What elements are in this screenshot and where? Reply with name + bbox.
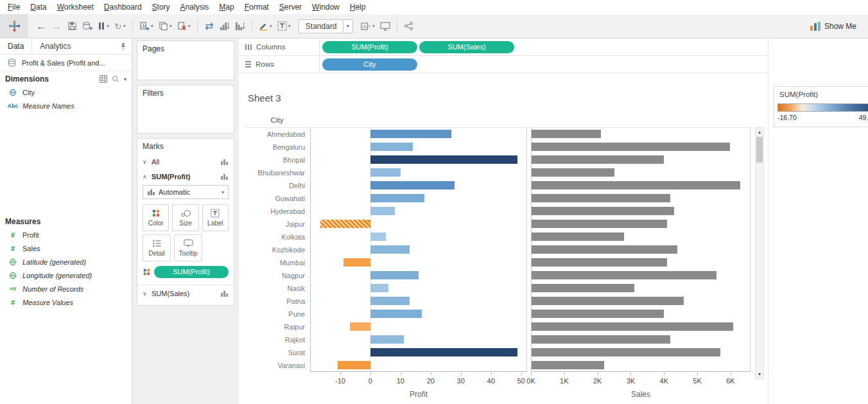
- row-label-ahmedabad[interactable]: Ahmedabad: [244, 128, 310, 141]
- bar-profit-hyderabad[interactable]: [370, 207, 394, 215]
- menu-dashboard[interactable]: Dashboard: [99, 0, 147, 14]
- chevron-down-icon[interactable]: ▾: [343, 20, 352, 33]
- color-legend-card[interactable]: SUM(Profit) -16.70 49.00: [774, 86, 868, 127]
- bar-profit-bengaluru[interactable]: [370, 143, 412, 151]
- search-icon[interactable]: [112, 75, 119, 83]
- row-label-raipur[interactable]: Raipur: [244, 321, 310, 333]
- bar-sales-bhubaneshwar[interactable]: [532, 168, 614, 177]
- save-icon[interactable]: [64, 18, 80, 35]
- view-data-grid-icon[interactable]: [100, 75, 107, 83]
- highlight-icon[interactable]: ▾: [256, 18, 275, 35]
- dropdown-caret-icon[interactable]: ▾: [372, 23, 375, 29]
- menu-map[interactable]: Map: [214, 0, 239, 14]
- marks-profit-section[interactable]: ∧ SUM(Profit): [137, 169, 234, 184]
- bar-sales-patna[interactable]: [532, 297, 684, 305]
- sort-descending-icon[interactable]: [232, 18, 248, 35]
- scroll-up-icon[interactable]: ▲: [756, 128, 763, 136]
- marks-sales-section[interactable]: ∨ SUM(Sales): [137, 285, 234, 301]
- redo-icon[interactable]: →: [49, 18, 64, 35]
- bar-sales-guwahati[interactable]: [532, 194, 670, 202]
- color-gradient-bar[interactable]: [777, 103, 868, 112]
- field-number-of-records[interactable]: =# Number of Records: [0, 282, 132, 295]
- field-longitude[interactable]: Longitude (generated): [0, 268, 132, 282]
- rows-shelf[interactable]: Rows City: [239, 56, 768, 73]
- field-sales[interactable]: # Sales: [0, 242, 132, 255]
- bar-sales-mumbai[interactable]: [532, 258, 667, 267]
- dropdown-caret-icon[interactable]: ▾: [151, 23, 153, 29]
- mark-type-dropdown[interactable]: Automatic ▾: [143, 185, 229, 199]
- dropdown-caret-icon[interactable]: ▾: [123, 23, 126, 29]
- pin-pane-icon[interactable]: [115, 39, 132, 54]
- row-label-surat[interactable]: Surat: [244, 346, 310, 359]
- row-label-jaipur[interactable]: Jaipur: [244, 218, 310, 231]
- bar-sales-surat[interactable]: [532, 348, 720, 356]
- menu-analysis[interactable]: Analysis: [175, 0, 214, 14]
- run-auto-updates-icon[interactable]: ↻ ▾: [112, 18, 128, 35]
- vertical-scrollbar[interactable]: ▲ ▼: [755, 127, 764, 379]
- dropdown-caret-icon[interactable]: ▾: [169, 23, 172, 29]
- row-label-bhubaneshwar[interactable]: Bhubaneshwar: [244, 166, 310, 179]
- field-measure-values[interactable]: # Measure Values: [0, 295, 132, 309]
- filters-shelf[interactable]: Filters: [137, 85, 234, 134]
- bar-profit-rajkot[interactable]: [370, 335, 403, 344]
- new-worksheet-icon[interactable]: ▾: [137, 18, 156, 35]
- sort-ascending-icon[interactable]: [217, 18, 232, 35]
- bar-profit-guwahati[interactable]: [370, 194, 424, 202]
- bar-sales-pune[interactable]: [532, 310, 664, 318]
- show-mark-labels-icon[interactable]: ▾: [275, 18, 293, 35]
- row-label-bengaluru[interactable]: Bengaluru: [244, 141, 310, 154]
- bar-profit-bhubaneshwar[interactable]: [370, 168, 401, 177]
- bar-sales-bhopal[interactable]: [532, 155, 664, 164]
- bar-profit-nasik[interactable]: [370, 284, 388, 292]
- row-label-nasik[interactable]: Nasik: [244, 282, 310, 295]
- dropdown-caret-icon[interactable]: ▾: [270, 23, 272, 29]
- bar-profit-kolkata[interactable]: [370, 233, 385, 241]
- bar-sales-delhi[interactable]: [532, 181, 740, 189]
- tab-data[interactable]: Data: [0, 39, 31, 54]
- new-data-source-icon[interactable]: [80, 18, 95, 35]
- bar-sales-nasik[interactable]: [532, 284, 634, 292]
- menu-data[interactable]: Data: [25, 0, 51, 14]
- bar-sales-raipur[interactable]: [532, 322, 733, 331]
- sales-axis-title[interactable]: Sales: [531, 390, 751, 399]
- bar-sales-varanasi[interactable]: [532, 361, 604, 369]
- bar-profit-kozhikode[interactable]: [370, 245, 410, 254]
- scrollbar-thumb[interactable]: [756, 137, 763, 162]
- dropdown-caret-icon[interactable]: ▾: [288, 23, 291, 29]
- bar-sales-bengaluru[interactable]: [532, 143, 730, 151]
- field-city[interactable]: City: [0, 85, 132, 99]
- menu-file[interactable]: File: [3, 0, 25, 14]
- bar-profit-bhopal[interactable]: [370, 155, 517, 164]
- tooltip-button[interactable]: Tooltip: [174, 234, 202, 261]
- presentation-mode-icon[interactable]: [378, 18, 393, 35]
- swap-rows-columns-icon[interactable]: ⇄: [202, 18, 217, 35]
- share-icon[interactable]: [401, 18, 417, 35]
- menu-format[interactable]: Format: [239, 0, 274, 14]
- chevron-down-icon[interactable]: ▾: [124, 76, 126, 82]
- bar-profit-pune[interactable]: [370, 310, 421, 318]
- dropdown-caret-icon[interactable]: ▾: [188, 23, 191, 29]
- chevron-down-icon[interactable]: ▾: [221, 189, 224, 195]
- row-label-pune[interactable]: Pune: [244, 308, 310, 321]
- pill-sum-profit-color[interactable]: SUM(Profit): [154, 266, 229, 278]
- bar-profit-mumbai[interactable]: [343, 258, 370, 267]
- pill-sum-profit[interactable]: SUM(Profit): [322, 41, 417, 53]
- data-source-item[interactable]: Profit & Sales (Profit and...: [0, 55, 132, 71]
- chevron-down-icon[interactable]: ∨: [143, 290, 149, 297]
- bar-sales-jaipur[interactable]: [532, 220, 667, 228]
- pill-city[interactable]: City: [322, 58, 417, 71]
- row-label-hyderabad[interactable]: Hyderabad: [244, 205, 310, 218]
- menu-window[interactable]: Window: [307, 0, 345, 14]
- dropdown-caret-icon[interactable]: ▾: [107, 23, 109, 29]
- row-label-kolkata[interactable]: Kolkata: [244, 231, 310, 243]
- bar-profit-raipur[interactable]: [350, 322, 371, 331]
- bar-profit-delhi[interactable]: [370, 181, 455, 189]
- marks-all-section[interactable]: ∨ All: [137, 154, 234, 169]
- scroll-down-icon[interactable]: ▼: [756, 370, 763, 378]
- row-label-delhi[interactable]: Delhi: [244, 179, 310, 192]
- tab-analytics[interactable]: Analytics: [31, 39, 115, 54]
- field-profit[interactable]: # Profit: [0, 228, 132, 242]
- menu-story[interactable]: Story: [147, 0, 175, 14]
- row-label-patna[interactable]: Patna: [244, 295, 310, 308]
- bar-profit-surat[interactable]: [370, 348, 517, 356]
